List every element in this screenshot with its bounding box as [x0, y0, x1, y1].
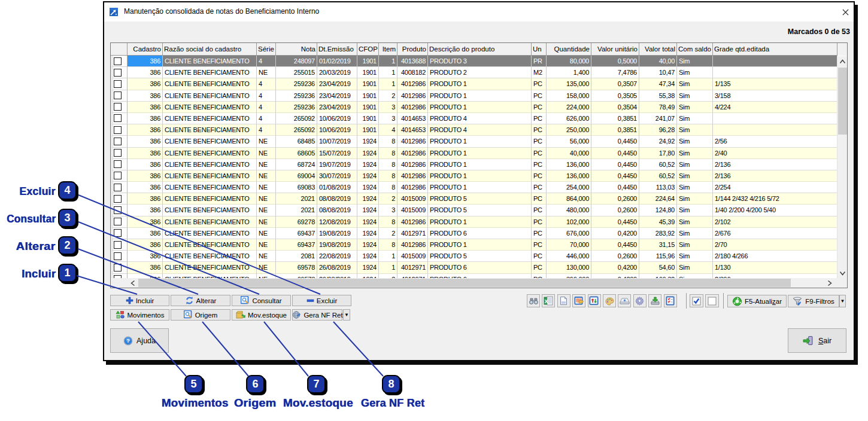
svg-text:X: X — [544, 298, 548, 304]
svg-text:?: ? — [126, 338, 130, 344]
